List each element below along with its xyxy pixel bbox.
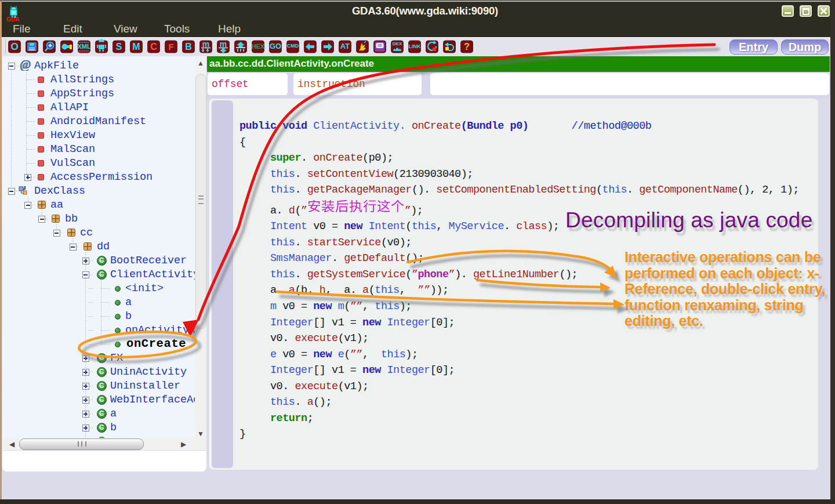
svg-text:S: S [116, 42, 122, 52]
svg-text:DEX: DEX [393, 41, 402, 46]
svg-text:GO: GO [270, 42, 281, 50]
svg-text:M: M [132, 42, 140, 52]
svg-text:LINK: LINK [409, 43, 421, 49]
svg-text:F: F [168, 42, 173, 52]
svg-text:@: @ [20, 60, 31, 71]
svg-text:XML: XML [77, 43, 91, 50]
svg-text:m: m [220, 39, 227, 49]
svg-text:AT: AT [340, 42, 350, 50]
svg-text:CMD: CMD [287, 43, 299, 49]
svg-text:m: m [202, 39, 209, 49]
svg-text:HEX: HEX [252, 43, 265, 50]
svg-text:C: C [150, 42, 157, 52]
svg-text:O: O [10, 41, 18, 52]
svg-text:?: ? [464, 42, 470, 52]
svg-text:B: B [185, 42, 192, 52]
svg-text:GDA: GDA [6, 16, 19, 22]
